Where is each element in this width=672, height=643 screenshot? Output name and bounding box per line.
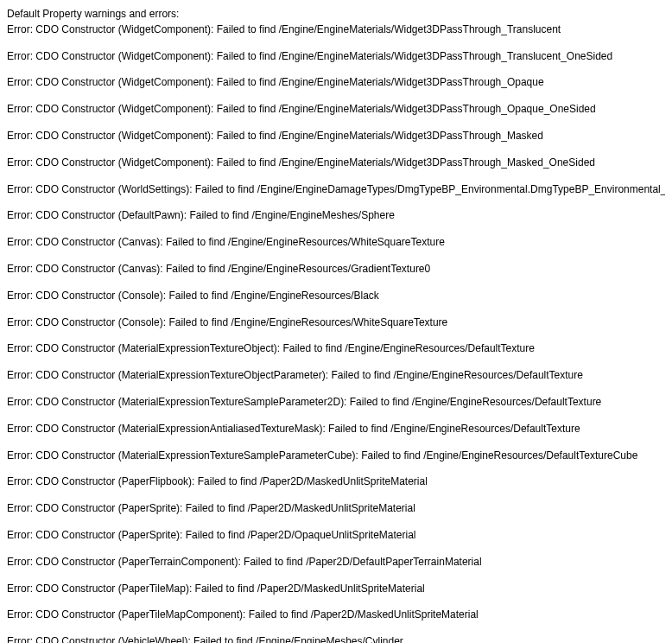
- log-header: Default Property warnings and errors:: [7, 7, 665, 22]
- log-line: Error: CDO Constructor (Console): Failed…: [7, 315, 665, 330]
- log-line: Error: CDO Constructor (MaterialExpressi…: [7, 395, 665, 410]
- log-line: Error: CDO Constructor (WidgetComponent)…: [7, 75, 665, 90]
- log-line: Error: CDO Constructor (MaterialExpressi…: [7, 368, 665, 383]
- log-line: Error: CDO Constructor (MaterialExpressi…: [7, 422, 665, 436]
- log-line: Error: CDO Constructor (WidgetComponent)…: [7, 156, 665, 170]
- log-line: Error: CDO Constructor (PaperTileMapComp…: [7, 608, 665, 622]
- log-line: Error: CDO Constructor (PaperTerrainComp…: [7, 555, 665, 570]
- log-line: Error: CDO Constructor (Canvas): Failed …: [7, 262, 665, 277]
- log-line: Error: CDO Constructor (Canvas): Failed …: [7, 235, 665, 250]
- log-line: Error: CDO Constructor (PaperFlipbook): …: [7, 474, 665, 489]
- log-line: Error: CDO Constructor (VehicleWheel): F…: [7, 634, 665, 643]
- log-line: Error: CDO Constructor (Console): Failed…: [7, 289, 665, 303]
- log-line: Error: CDO Constructor (WorldSettings): …: [7, 182, 665, 197]
- log-line: Error: CDO Constructor (WidgetComponent)…: [7, 49, 665, 64]
- log-line: Error: CDO Constructor (PaperSprite): Fa…: [7, 501, 665, 516]
- log-line: Error: CDO Constructor (PaperTileMap): F…: [7, 582, 665, 596]
- log-line: Error: CDO Constructor (PaperSprite): Fa…: [7, 528, 665, 543]
- log-line: Error: CDO Constructor (MaterialExpressi…: [7, 341, 665, 356]
- log-line: Error: CDO Constructor (MaterialExpressi…: [7, 449, 665, 463]
- log-output: Error: CDO Constructor (WidgetComponent)…: [7, 22, 665, 643]
- log-line: Error: CDO Constructor (WidgetComponent)…: [7, 22, 665, 37]
- log-line: Error: CDO Constructor (WidgetComponent)…: [7, 129, 665, 143]
- log-line: Error: CDO Constructor (DefaultPawn): Fa…: [7, 208, 665, 223]
- log-line: Error: CDO Constructor (WidgetComponent)…: [7, 102, 665, 117]
